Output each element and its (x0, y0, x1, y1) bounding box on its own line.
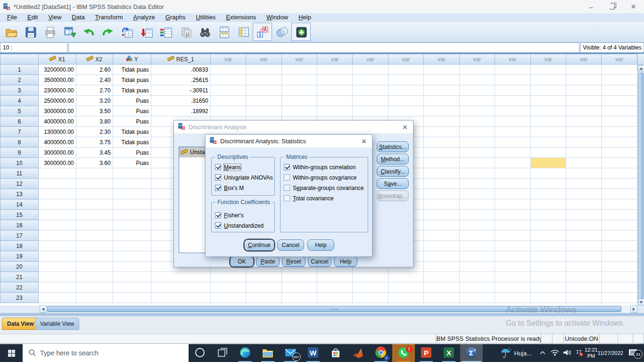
taskbar-cortana[interactable] (189, 344, 211, 362)
grid-cell[interactable] (566, 251, 601, 262)
grid-cell[interactable] (495, 106, 530, 116)
grid-cell[interactable] (210, 75, 246, 85)
grid-cell[interactable] (530, 189, 566, 199)
grid-cell[interactable] (530, 148, 566, 158)
grid-cell[interactable] (566, 65, 601, 75)
grid-cell[interactable] (281, 272, 317, 282)
grid-cell[interactable] (424, 293, 459, 303)
grid-cell[interactable] (76, 179, 113, 189)
grid-cell[interactable] (566, 199, 601, 210)
row-header-8[interactable]: 8 (0, 137, 39, 148)
grid-cell[interactable] (424, 210, 459, 220)
checkbox-label[interactable]: Univariate ANOVAs (224, 174, 273, 181)
row-header-17[interactable]: 17 (0, 230, 39, 241)
grid-cell[interactable] (113, 230, 151, 241)
grid-cell[interactable] (424, 282, 459, 293)
grid-cell[interactable] (39, 189, 76, 199)
checkbox-fisher-s[interactable] (215, 212, 221, 218)
grid-cell[interactable] (566, 85, 601, 96)
checkbox-label[interactable]: Box's M (224, 185, 244, 191)
grid-cell[interactable] (210, 293, 246, 303)
show-all-variables-button[interactable] (291, 23, 311, 41)
grid-cell[interactable] (281, 96, 317, 106)
continue-button[interactable]: Continue (244, 239, 274, 251)
grid-cell[interactable] (317, 282, 353, 293)
grid-cell[interactable] (424, 85, 459, 96)
method-button[interactable]: Method... (377, 154, 409, 165)
grid-cell[interactable] (530, 241, 566, 251)
grid-cell[interactable] (566, 168, 601, 179)
grid-cell[interactable] (246, 75, 281, 85)
grid-cell[interactable] (39, 251, 76, 262)
taskbar-clock[interactable]: 12:21 PM 11/27/2022 (586, 344, 622, 362)
grid-cell[interactable] (424, 251, 459, 262)
row-header-1[interactable]: 1 (0, 65, 39, 75)
grid-cell[interactable] (353, 65, 388, 75)
descriptive-statistics-button[interactable]: μ (175, 23, 195, 41)
grid-cell[interactable] (76, 168, 113, 179)
grid-cell[interactable]: Tidak puas (113, 85, 151, 96)
recall-dialogs-button[interactable] (59, 23, 79, 41)
col-header-res_1[interactable]: RES_1 (151, 54, 210, 65)
grid-cell[interactable] (602, 251, 637, 262)
start-button[interactable] (0, 344, 23, 362)
grid-cell[interactable]: 2.30 (76, 127, 113, 137)
taskbar-whatsapp[interactable]: ! (392, 344, 415, 362)
row-header-2[interactable]: 2 (0, 75, 39, 85)
grid-cell[interactable] (281, 293, 317, 303)
row-header-15[interactable]: 15 (0, 210, 39, 220)
help-button[interactable]: Help (307, 239, 334, 251)
grid-cell[interactable] (388, 65, 423, 75)
grid-cell[interactable] (530, 96, 566, 106)
grid-cell[interactable] (530, 199, 566, 210)
grid-cell[interactable] (424, 262, 459, 272)
grid-cell[interactable]: Puas (113, 106, 151, 116)
grid-cell[interactable] (317, 75, 353, 85)
grid-cell[interactable]: 3000000.00 (39, 158, 76, 168)
checkbox-means[interactable] (215, 164, 221, 170)
grid-cell[interactable]: Puas (113, 148, 151, 158)
grid-cell[interactable] (424, 158, 459, 168)
grid-cell[interactable] (495, 199, 530, 210)
ok-button[interactable]: OK (230, 256, 254, 267)
grid-cell[interactable] (151, 272, 210, 282)
taskbar-mail[interactable]: 99+ (279, 344, 302, 362)
grid-cell[interactable] (210, 96, 246, 106)
tray-status[interactable] (573, 344, 586, 362)
grid-cell[interactable] (495, 75, 530, 85)
grid-cell[interactable] (566, 293, 601, 303)
grid-cell[interactable] (495, 137, 530, 148)
grid-cell[interactable] (76, 241, 113, 251)
cell-editor[interactable] (68, 42, 579, 53)
grid-cell[interactable] (530, 137, 566, 148)
vertical-scrollbar[interactable] (637, 54, 644, 305)
grid-cell[interactable] (113, 210, 151, 220)
row-header-16[interactable]: 16 (0, 220, 39, 230)
grid-cell[interactable] (566, 96, 601, 106)
grid-cell[interactable] (459, 116, 495, 127)
grid-cell[interactable] (566, 106, 601, 116)
grid-cell[interactable] (388, 96, 423, 106)
grid-cell[interactable] (113, 272, 151, 282)
grid-cell[interactable] (388, 282, 423, 293)
grid-cell[interactable]: .31650 (151, 96, 210, 106)
variables-button[interactable] (156, 23, 175, 41)
grid-cell[interactable]: 3.45 (76, 148, 113, 158)
col-header-var[interactable]: var (602, 54, 637, 65)
col-header-var[interactable]: var (388, 54, 423, 65)
col-header-var[interactable]: var (495, 54, 530, 65)
menu-data[interactable]: Data (66, 13, 90, 22)
grid-cell[interactable] (424, 65, 459, 75)
menu-edit[interactable]: Edit (22, 13, 43, 22)
grid-cell[interactable] (459, 137, 495, 148)
grid-cell[interactable] (530, 106, 566, 116)
row-header-4[interactable]: 4 (0, 96, 39, 106)
grid-cell[interactable] (459, 85, 495, 96)
taskbar-task-view[interactable] (211, 344, 234, 362)
grid-cell[interactable]: Tidak puas (113, 137, 151, 148)
grid-cell[interactable] (602, 96, 637, 106)
grid-cell[interactable]: 3500000.00 (39, 75, 76, 85)
row-header-10[interactable]: 10 (0, 158, 39, 168)
taskbar-store[interactable] (324, 344, 347, 362)
grid-cell[interactable] (281, 65, 317, 75)
